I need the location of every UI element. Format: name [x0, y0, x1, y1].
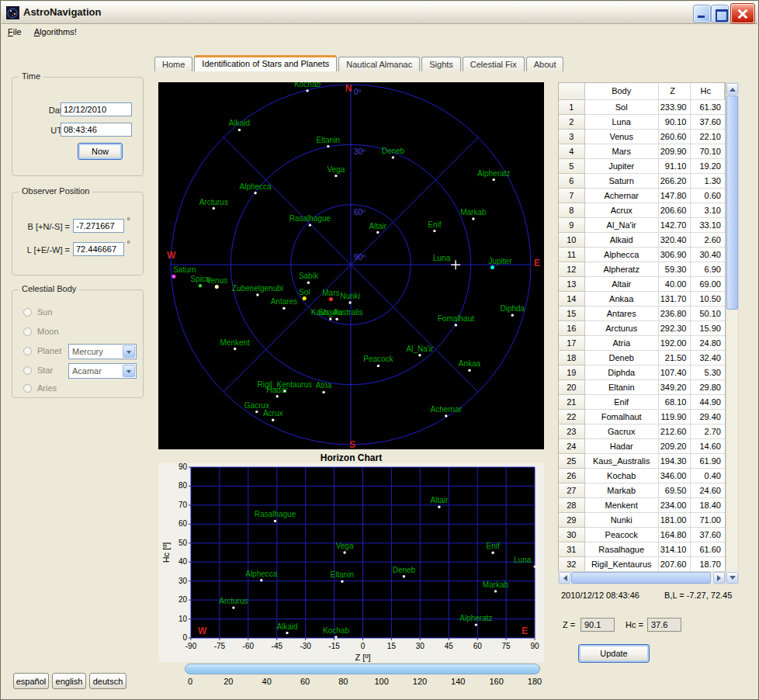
body-cell[interactable]: Gacrux [585, 425, 659, 439]
table-row[interactable]: 29Nunki181.0071.00 [559, 513, 725, 528]
hc-cell[interactable]: 15.90 [691, 321, 725, 336]
maximize-button[interactable] [712, 5, 728, 22]
row-number[interactable]: 4 [559, 144, 585, 159]
hc-cell[interactable]: 29.40 [691, 410, 725, 425]
z-cell[interactable]: 164.80 [659, 528, 691, 542]
z-cell[interactable]: 236.80 [659, 307, 691, 321]
table-row[interactable]: 17Atria192.0024.80 [559, 336, 725, 351]
row-number[interactable]: 11 [559, 248, 585, 262]
body-cell[interactable]: Kochab [585, 469, 659, 483]
column-header-rownum[interactable] [559, 83, 585, 100]
body-cell[interactable]: Al_Na'ir [585, 218, 659, 233]
hc-cell[interactable]: 69.00 [691, 277, 725, 292]
row-number[interactable]: 18 [559, 351, 585, 366]
update-button[interactable]: Update [578, 644, 650, 663]
hc-cell[interactable]: 50.10 [691, 307, 725, 321]
z-cell[interactable]: 181.00 [659, 513, 691, 528]
body-cell[interactable]: Sol [585, 100, 659, 115]
body-cell[interactable]: Ankaa [585, 292, 659, 307]
body-cell[interactable]: Fomalhaut [585, 410, 659, 425]
z-cell[interactable]: 107.40 [659, 366, 691, 380]
body-cell[interactable]: Alpheratz [585, 262, 659, 277]
hc-cell[interactable]: 71.00 [691, 513, 725, 528]
row-number[interactable]: 12 [559, 262, 585, 277]
planet-radio[interactable] [23, 347, 32, 355]
row-number[interactable]: 15 [559, 307, 585, 321]
z-cell[interactable]: 266.20 [659, 174, 691, 189]
menu-file[interactable]: File [2, 24, 28, 39]
table-row[interactable]: 18Deneb21.5032.40 [559, 351, 725, 366]
row-number[interactable]: 1 [559, 100, 585, 115]
hc-cell[interactable]: 61.90 [691, 454, 725, 469]
row-number[interactable]: 16 [559, 321, 585, 336]
hc-cell[interactable]: 61.60 [691, 542, 725, 557]
z-cell[interactable]: 59.30 [659, 262, 691, 277]
z-cell[interactable]: 306.90 [659, 248, 691, 262]
language-english-button[interactable]: english [52, 673, 86, 689]
z-cell[interactable]: 314.10 [659, 542, 691, 557]
table-row[interactable]: 12Alpheratz59.306.90 [559, 262, 725, 277]
scroll-up-icon[interactable] [726, 83, 738, 95]
table-row[interactable]: 9Al_Na'ir142.7033.10 [559, 218, 725, 233]
language-german-button[interactable]: deutsch [89, 673, 126, 689]
hc-cell[interactable]: 37.60 [691, 528, 725, 542]
z-cell[interactable]: 292.30 [659, 321, 691, 336]
star-combo[interactable]: Acamar [68, 363, 137, 379]
z-cell[interactable]: 233.90 [659, 100, 691, 115]
hc-cell[interactable]: 0.60 [691, 189, 725, 203]
z-cell[interactable]: 209.90 [659, 144, 691, 159]
body-cell[interactable]: Luna [585, 115, 659, 130]
body-cell[interactable]: Arcturus [585, 321, 659, 336]
table-row[interactable]: 26Kochab346.000.40 [559, 469, 725, 483]
table-row[interactable]: 8Acrux206.603.10 [559, 203, 725, 218]
table-row[interactable]: 30Peacock164.8037.60 [559, 528, 725, 542]
sun-radio[interactable] [23, 308, 32, 317]
body-cell[interactable]: Altair [585, 277, 659, 292]
row-number[interactable]: 24 [559, 439, 585, 454]
moon-radio[interactable] [23, 327, 32, 336]
z-cell[interactable]: 349.20 [659, 380, 691, 395]
z-cell[interactable]: 209.20 [659, 439, 691, 454]
z-cell[interactable]: 192.00 [659, 336, 691, 351]
row-number[interactable]: 10 [559, 233, 585, 248]
hc-cell[interactable]: 22.10 [691, 130, 725, 144]
table-row[interactable]: 28Menkent234.0018.40 [559, 498, 725, 513]
table-row[interactable]: 5Jupiter91.1019.20 [559, 159, 725, 174]
z-cell[interactable]: 40.00 [659, 277, 691, 292]
z-cell[interactable]: 131.70 [659, 292, 691, 307]
body-cell[interactable]: Kaus_Australis [585, 454, 659, 469]
menu-algorithms[interactable]: Algorithms! [28, 24, 83, 39]
body-cell[interactable]: Hadar [585, 439, 659, 454]
z-cell[interactable]: 119.90 [659, 410, 691, 425]
column-header-z[interactable]: Z [659, 83, 691, 100]
scroll-down-icon[interactable] [726, 572, 738, 584]
body-cell[interactable]: Saturn [585, 174, 659, 189]
language-spanish-button[interactable]: español [13, 673, 49, 689]
now-button[interactable]: Now [78, 143, 123, 160]
table-row[interactable]: 14Ankaa131.7010.50 [559, 292, 725, 307]
body-cell[interactable]: Deneb [585, 351, 659, 366]
row-number[interactable]: 29 [559, 513, 585, 528]
hc-cell[interactable]: 32.40 [691, 351, 725, 366]
row-number[interactable]: 17 [559, 336, 585, 351]
row-number[interactable]: 14 [559, 292, 585, 307]
row-number[interactable]: 3 [559, 130, 585, 144]
z-cell[interactable]: 147.80 [659, 189, 691, 203]
row-number[interactable]: 23 [559, 425, 585, 439]
row-number[interactable]: 22 [559, 410, 585, 425]
z-cell[interactable]: 207.60 [659, 557, 691, 572]
row-number[interactable]: 31 [559, 542, 585, 557]
table-row[interactable]: 19Diphda107.405.30 [559, 366, 725, 380]
table-row[interactable]: 27Markab69.5024.60 [559, 483, 725, 498]
tab-identification-of-stars-and-planets[interactable]: Identification of Stars and Planets [194, 55, 337, 71]
body-cell[interactable]: Enif [585, 395, 659, 410]
tab-sights[interactable]: Sights [421, 57, 461, 71]
body-cell[interactable]: Antares [585, 307, 659, 321]
z-readout-field[interactable]: 90.1 [581, 618, 615, 632]
z-cell[interactable]: 91.10 [659, 159, 691, 174]
column-header-hc[interactable]: Hc [691, 83, 725, 100]
table-row[interactable]: 24Hadar209.2014.60 [559, 439, 725, 454]
z-cell[interactable]: 68.10 [659, 395, 691, 410]
table-row[interactable]: 31Rasalhague314.1061.60 [559, 542, 725, 557]
ut1-input[interactable] [61, 123, 132, 137]
